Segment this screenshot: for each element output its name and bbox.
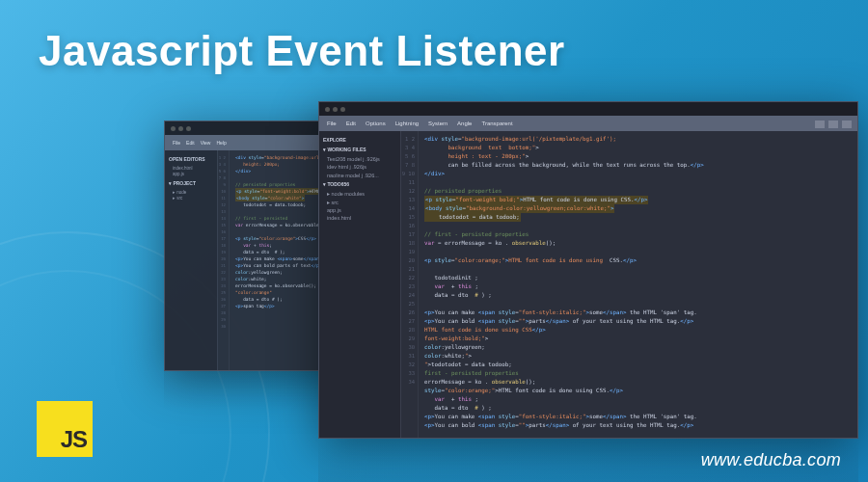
code-area-front[interactable]: <div style="background-image:url('/pixte…: [419, 131, 857, 438]
editor-body-front: EXPLORE WORKING FILES Test208 model j .9…: [319, 131, 857, 438]
sidebar-item[interactable]: ▸ node modules: [323, 190, 396, 198]
sidebar-item[interactable]: ▸ src: [323, 199, 396, 206]
sidebar-section[interactable]: WORKING FILES: [323, 147, 396, 154]
menubar-front[interactable]: File Edit Options Lightning System Angle…: [319, 116, 857, 131]
window-dot: [186, 126, 191, 131]
sidebar-item[interactable]: ▸ node: [169, 190, 213, 197]
sidebar-front[interactable]: EXPLORE WORKING FILES Test208 model j .9…: [319, 131, 401, 438]
menu-item[interactable]: Transparent: [481, 120, 512, 126]
sidebar-item[interactable]: index.html: [323, 214, 396, 222]
window-dot: [325, 107, 330, 112]
window-dot: [171, 126, 176, 131]
sidebar-section[interactable]: TODO656: [323, 181, 396, 189]
sidebar-item[interactable]: idev html j .926js: [323, 163, 396, 171]
sidebar-item[interactable]: app.js: [169, 172, 213, 178]
javascript-logo-icon: [37, 401, 93, 457]
sidebar-item[interactable]: index.html: [169, 166, 213, 173]
menu-item[interactable]: System: [428, 120, 448, 126]
menu-item[interactable]: Edit: [186, 140, 195, 146]
menu-item[interactable]: Angle: [457, 120, 472, 126]
layout-icon[interactable]: [842, 120, 852, 128]
page-title: Javascript Event Listener: [39, 27, 565, 75]
layout-icon[interactable]: [828, 120, 838, 128]
menu-item[interactable]: Options: [366, 120, 386, 126]
sidebar-section: OPEN EDITORS: [169, 156, 213, 164]
editor-stack: File Edit View Help OPEN EDITORS index.h…: [222, 101, 849, 448]
menu-item[interactable]: Edit: [346, 120, 356, 126]
menu-item[interactable]: File: [327, 120, 337, 126]
window-dot: [333, 107, 338, 112]
window-dot: [178, 126, 183, 131]
sidebar-item[interactable]: naoline model j .926...: [323, 172, 396, 179]
menu-item[interactable]: Lightning: [395, 120, 419, 126]
website-url: www.educba.com: [701, 450, 841, 470]
line-gutter-front: 1 2 3 4 5 6 7 8 9 10 11 12 13 14 15 16 1…: [401, 131, 419, 438]
sidebar-item[interactable]: app.js: [323, 206, 396, 214]
menu-item[interactable]: File: [173, 140, 180, 146]
window-actions: [815, 118, 852, 131]
layout-icon[interactable]: [815, 120, 825, 128]
menu-item[interactable]: View: [201, 140, 211, 146]
code-editor-front: File Edit Options Lightning System Angle…: [318, 101, 858, 439]
sidebar-item[interactable]: Test208 model j .926js: [323, 155, 396, 163]
window-dot: [340, 107, 345, 112]
titlebar-front: [319, 102, 857, 116]
menu-item[interactable]: Help: [216, 140, 226, 146]
sidebar-section: PROJECT: [169, 180, 213, 188]
sidebar-back[interactable]: OPEN EDITORS index.html app.js PROJECT ▸…: [165, 150, 218, 370]
line-gutter-back: 1 2 3 4 5 6 7 8 9 10 11 12 13 14 15 16 1…: [218, 150, 230, 370]
sidebar-item[interactable]: ▸ src: [169, 196, 213, 202]
sidebar-section: EXPLORE: [323, 137, 396, 145]
